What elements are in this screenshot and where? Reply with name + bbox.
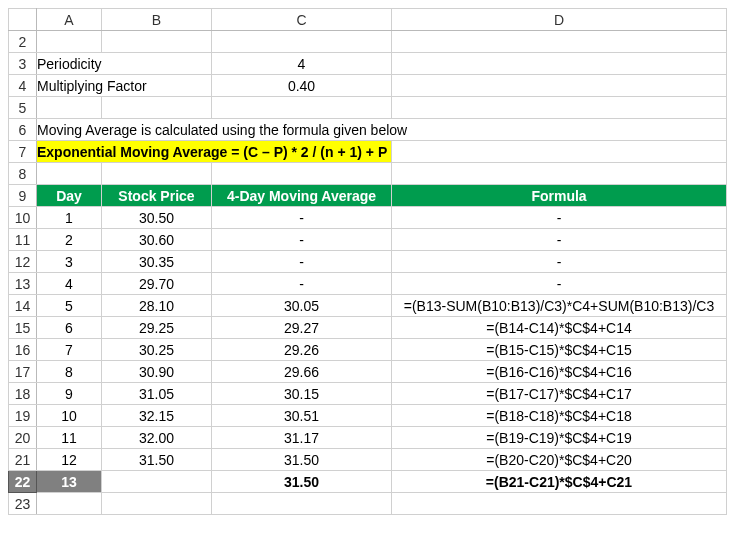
cell-formula[interactable]: - (392, 273, 727, 295)
cell-day[interactable]: 10 (37, 405, 102, 427)
result-row[interactable]: 22 13 31.50 =(B21-C21)*$C$4+C21 (9, 471, 727, 493)
cell-ma[interactable]: - (212, 207, 392, 229)
cell-ma[interactable]: 29.27 (212, 317, 392, 339)
row-6[interactable]: 6 Moving Average is calculated using the… (9, 119, 727, 141)
col-header-A[interactable]: A (37, 9, 102, 31)
cell-day[interactable]: 3 (37, 251, 102, 273)
cell-price[interactable]: 32.00 (102, 427, 212, 449)
cell-day[interactable]: 2 (37, 229, 102, 251)
row-head-12[interactable]: 12 (9, 251, 37, 273)
cell-day[interactable]: 11 (37, 427, 102, 449)
cell-day[interactable]: 8 (37, 361, 102, 383)
row-head-17[interactable]: 17 (9, 361, 37, 383)
cell-day[interactable]: 5 (37, 295, 102, 317)
cell-formula[interactable]: =(B17-C17)*$C$4+C17 (392, 383, 727, 405)
col-header-D[interactable]: D (392, 9, 727, 31)
row-23[interactable]: 23 (9, 493, 727, 515)
header-ma[interactable]: 4-Day Moving Average (212, 185, 392, 207)
cell-formula[interactable]: - (392, 229, 727, 251)
select-all-corner[interactable] (9, 9, 37, 31)
table-row[interactable]: 17 8 30.90 29.66 =(B16-C16)*$C$4+C16 (9, 361, 727, 383)
row-head-13[interactable]: 13 (9, 273, 37, 295)
cell-day[interactable]: 1 (37, 207, 102, 229)
periodicity-value[interactable]: 4 (212, 53, 392, 75)
periodicity-label[interactable]: Periodicity (37, 53, 212, 75)
cell-price[interactable]: 31.05 (102, 383, 212, 405)
header-price[interactable]: Stock Price (102, 185, 212, 207)
row-head-9[interactable]: 9 (9, 185, 37, 207)
cell-price[interactable]: 30.60 (102, 229, 212, 251)
cell-formula[interactable]: =(B13-SUM(B10:B13)/C3)*C4+SUM(B10:B13)/C… (392, 295, 727, 317)
table-row[interactable]: 10 1 30.50 - - (9, 207, 727, 229)
row-head-21[interactable]: 21 (9, 449, 37, 471)
cell-price[interactable]: 30.90 (102, 361, 212, 383)
row-8[interactable]: 8 (9, 163, 727, 185)
cell-price[interactable]: 29.25 (102, 317, 212, 339)
row-head-15[interactable]: 15 (9, 317, 37, 339)
cell-ma[interactable]: 30.15 (212, 383, 392, 405)
cell-ma[interactable]: 29.66 (212, 361, 392, 383)
table-row[interactable]: 21 12 31.50 31.50 =(B20-C20)*$C$4+C20 (9, 449, 727, 471)
cell-formula[interactable]: =(B19-C19)*$C$4+C19 (392, 427, 727, 449)
cell-price[interactable]: 28.10 (102, 295, 212, 317)
column-header-row[interactable]: A B C D (9, 9, 727, 31)
row-head-6[interactable]: 6 (9, 119, 37, 141)
cell-ma[interactable]: - (212, 229, 392, 251)
cell-ma[interactable]: 31.17 (212, 427, 392, 449)
row-2[interactable]: 2 (9, 31, 727, 53)
result-price[interactable] (102, 471, 212, 493)
row-4[interactable]: 4 Multiplying Factor 0.40 (9, 75, 727, 97)
cell-price[interactable]: 31.50 (102, 449, 212, 471)
row-head-23[interactable]: 23 (9, 493, 37, 515)
table-row[interactable]: 12 3 30.35 - - (9, 251, 727, 273)
row-head-5[interactable]: 5 (9, 97, 37, 119)
cell-formula[interactable]: - (392, 207, 727, 229)
cell-price[interactable]: 29.70 (102, 273, 212, 295)
mult-factor-label[interactable]: Multiplying Factor (37, 75, 212, 97)
cell-formula[interactable]: - (392, 251, 727, 273)
row-7[interactable]: 7 Exponential Moving Average = (C – P) *… (9, 141, 727, 163)
row-head-3[interactable]: 3 (9, 53, 37, 75)
cell-formula[interactable]: =(B20-C20)*$C$4+C20 (392, 449, 727, 471)
table-row[interactable]: 19 10 32.15 30.51 =(B18-C18)*$C$4+C18 (9, 405, 727, 427)
mult-factor-value[interactable]: 0.40 (212, 75, 392, 97)
cell-day[interactable]: 6 (37, 317, 102, 339)
spreadsheet-table[interactable]: A B C D 2 3 Periodicity 4 4 Multiplying … (8, 8, 727, 515)
row-head-2[interactable]: 2 (9, 31, 37, 53)
row-3[interactable]: 3 Periodicity 4 (9, 53, 727, 75)
cell-ma[interactable]: 31.50 (212, 449, 392, 471)
table-row[interactable]: 16 7 30.25 29.26 =(B15-C15)*$C$4+C15 (9, 339, 727, 361)
cell-price[interactable]: 30.25 (102, 339, 212, 361)
table-row[interactable]: 18 9 31.05 30.15 =(B17-C17)*$C$4+C17 (9, 383, 727, 405)
cell-price[interactable]: 30.35 (102, 251, 212, 273)
row-5[interactable]: 5 (9, 97, 727, 119)
cell-day[interactable]: 9 (37, 383, 102, 405)
cell-day[interactable]: 7 (37, 339, 102, 361)
cell-price[interactable]: 32.15 (102, 405, 212, 427)
cell-day[interactable]: 4 (37, 273, 102, 295)
row-head-22-selected[interactable]: 22 (9, 471, 37, 493)
row-head-14[interactable]: 14 (9, 295, 37, 317)
result-day[interactable]: 13 (37, 471, 102, 493)
cell-ma[interactable]: 30.05 (212, 295, 392, 317)
row-head-16[interactable]: 16 (9, 339, 37, 361)
cell-ma[interactable]: 29.26 (212, 339, 392, 361)
cell-ma[interactable]: - (212, 273, 392, 295)
result-formula[interactable]: =(B21-C21)*$C$4+C21 (392, 471, 727, 493)
result-ma[interactable]: 31.50 (212, 471, 392, 493)
row-head-7[interactable]: 7 (9, 141, 37, 163)
table-row[interactable]: 11 2 30.60 - - (9, 229, 727, 251)
col-header-C[interactable]: C (212, 9, 392, 31)
table-row[interactable]: 14 5 28.10 30.05 =(B13-SUM(B10:B13)/C3)*… (9, 295, 727, 317)
row-head-11[interactable]: 11 (9, 229, 37, 251)
row-9[interactable]: 9 Day Stock Price 4-Day Moving Average F… (9, 185, 727, 207)
col-header-B[interactable]: B (102, 9, 212, 31)
row-head-18[interactable]: 18 (9, 383, 37, 405)
cell-formula[interactable]: =(B16-C16)*$C$4+C16 (392, 361, 727, 383)
cell-price[interactable]: 30.50 (102, 207, 212, 229)
cell-formula[interactable]: =(B15-C15)*$C$4+C15 (392, 339, 727, 361)
cell-ma[interactable]: - (212, 251, 392, 273)
row-head-4[interactable]: 4 (9, 75, 37, 97)
row-head-10[interactable]: 10 (9, 207, 37, 229)
table-row[interactable]: 20 11 32.00 31.17 =(B19-C19)*$C$4+C19 (9, 427, 727, 449)
